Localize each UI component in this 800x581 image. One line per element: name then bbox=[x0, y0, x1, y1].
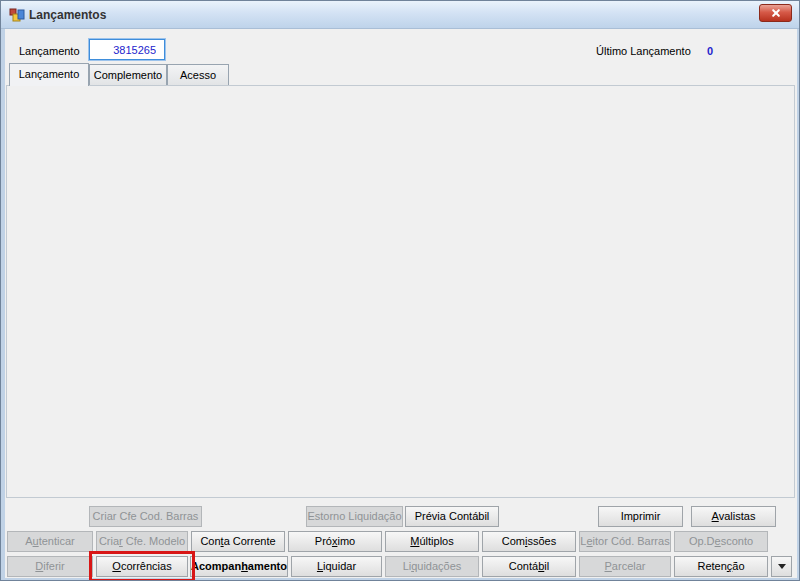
criar-cfe-cod-barras-button: Criar Cfe Cod. Barras bbox=[89, 506, 202, 527]
more-actions-button[interactable] bbox=[771, 556, 792, 577]
op-desconto-button: Op.Desconto bbox=[674, 531, 768, 552]
conta-corrente-button[interactable]: Conta Corrente bbox=[191, 531, 285, 552]
proximo-button[interactable]: Próximo bbox=[288, 531, 382, 552]
contabil-button[interactable]: Contábil bbox=[482, 556, 576, 577]
ultimo-lancamento-label: Último Lançamento bbox=[596, 45, 691, 58]
ocorrencias-button[interactable]: Ocorrências bbox=[96, 556, 188, 577]
window-title: Lançamentos bbox=[29, 8, 106, 22]
lancamento-input[interactable] bbox=[89, 39, 165, 60]
ultimo-lancamento-value: 0 bbox=[707, 45, 713, 58]
retencao-button[interactable]: Retenção bbox=[674, 556, 768, 577]
multiplos-button[interactable]: Múltiplos bbox=[385, 531, 479, 552]
tab-page bbox=[6, 85, 795, 498]
estorno-liquidacao-button: Estorno Liquidação bbox=[306, 506, 403, 527]
app-icon bbox=[9, 7, 25, 23]
lancamento-label: Lançamento bbox=[19, 45, 80, 58]
previa-contabil-button[interactable]: Prévia Contábil bbox=[405, 506, 499, 527]
leitor-cod-barras-button: Leitor Cód. Barras bbox=[579, 531, 671, 552]
comissoes-button[interactable]: Comissões bbox=[482, 531, 576, 552]
lancamentos-window: Lançamentos Lançamento Último Lançamento… bbox=[0, 0, 800, 581]
tab-lancamento[interactable]: Lançamento bbox=[9, 63, 89, 86]
autenticar-button: Autenticar bbox=[7, 531, 93, 552]
diferir-button: Diferir bbox=[7, 556, 93, 577]
tab-acesso[interactable]: Acesso bbox=[167, 64, 229, 85]
title-bar: Lançamentos bbox=[1, 1, 799, 29]
imprimir-button[interactable]: Imprimir bbox=[598, 506, 683, 527]
parcelar-button: Parcelar bbox=[579, 556, 671, 577]
liquidar-button[interactable]: Liquidar bbox=[291, 556, 382, 577]
dropdown-arrow-icon bbox=[778, 564, 786, 573]
close-button[interactable] bbox=[759, 4, 792, 22]
tab-complemento[interactable]: Complemento bbox=[89, 64, 167, 85]
avalistas-button[interactable]: Avalistas bbox=[691, 506, 776, 527]
liquidacoes-button: Liquidações bbox=[385, 556, 479, 577]
close-icon bbox=[760, 5, 791, 21]
criar-cfe-modelo-button: Criar Cfe. Modelo bbox=[96, 531, 188, 552]
acompanhamento-button[interactable]: Acompanhamento bbox=[190, 556, 288, 577]
